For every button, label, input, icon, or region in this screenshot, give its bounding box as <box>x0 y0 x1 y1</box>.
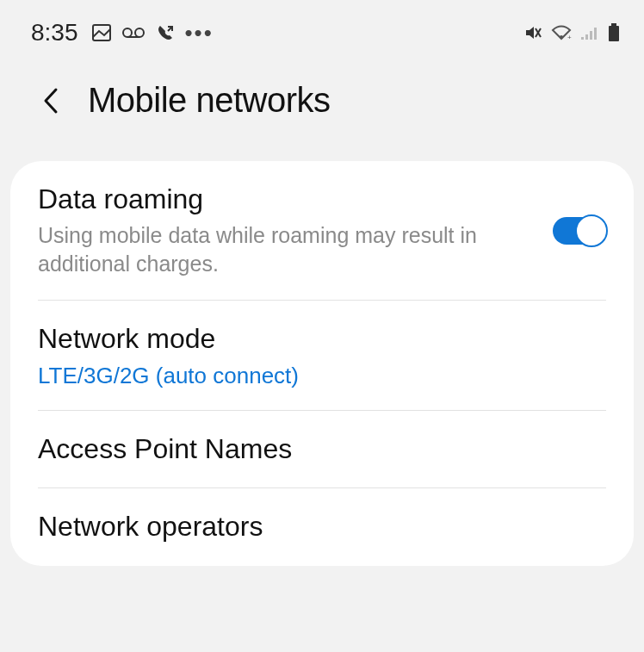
status-right: + <box>523 23 620 42</box>
svg-text:+: + <box>567 34 572 40</box>
setting-network-operators[interactable]: Network operators <box>38 488 606 566</box>
status-left: 8:35 ••• <box>31 19 214 47</box>
setting-subtitle: Using mobile data while roaming may resu… <box>38 221 503 280</box>
more-dots-icon: ••• <box>185 20 214 47</box>
battery-icon <box>608 23 620 42</box>
setting-data-roaming[interactable]: Data roaming Using mobile data while roa… <box>38 161 606 301</box>
svg-point-1 <box>123 28 132 37</box>
back-button[interactable] <box>36 87 64 115</box>
svg-rect-12 <box>611 23 616 26</box>
status-bar: 8:35 ••• + <box>0 0 644 62</box>
svg-rect-13 <box>609 26 619 41</box>
svg-rect-10 <box>590 31 592 40</box>
svg-rect-8 <box>581 37 584 40</box>
svg-point-2 <box>135 28 144 37</box>
signal-icon <box>580 25 599 40</box>
setting-network-mode[interactable]: Network mode LTE/3G/2G (auto connect) <box>38 301 606 411</box>
setting-value: LTE/3G/2G (auto connect) <box>38 363 606 389</box>
setting-access-point-names[interactable]: Access Point Names <box>38 411 606 489</box>
header: Mobile networks <box>0 62 644 146</box>
svg-point-6 <box>560 35 563 39</box>
svg-rect-11 <box>594 28 597 40</box>
setting-title: Network operators <box>38 509 606 545</box>
setting-title: Data roaming <box>38 182 536 218</box>
toggle-knob <box>575 214 608 247</box>
call-forward-icon <box>156 23 175 42</box>
mute-icon <box>523 23 542 42</box>
setting-title: Access Point Names <box>38 432 606 468</box>
svg-rect-9 <box>585 34 588 40</box>
settings-card: Data roaming Using mobile data while roa… <box>10 161 634 566</box>
voicemail-icon <box>121 27 146 39</box>
page-title: Mobile networks <box>88 81 331 120</box>
setting-title: Network mode <box>38 321 606 357</box>
image-icon <box>92 24 111 41</box>
status-time: 8:35 <box>31 19 78 47</box>
wifi-icon: + <box>551 25 572 40</box>
data-roaming-toggle[interactable] <box>553 217 606 245</box>
